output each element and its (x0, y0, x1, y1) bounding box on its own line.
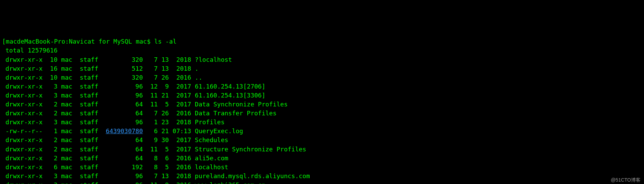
file-month: 1 (150, 118, 158, 126)
listing-row: -rw-r--r-- 1 mac staff 6439030780 6 21 0… (2, 127, 642, 136)
listing-row: drwxr-xr-x 2 mac staff 64 7 26 2016 Data… (2, 109, 642, 118)
file-time: 2018 (173, 118, 191, 126)
file-size: 320 (106, 56, 143, 63)
listing-row: drwxr-xr-x 2 mac staff 64 8 6 2016 ali5e… (2, 154, 642, 163)
file-group: staff (80, 181, 98, 184)
file-owner: mac (61, 136, 73, 143)
file-group: staff (80, 74, 98, 81)
file-group: staff (80, 101, 98, 108)
file-time: 2016 (173, 110, 191, 117)
file-time: 2016 (173, 163, 191, 171)
listing-row: drwxr-xr-x 10 mac staff 320 7 13 2018 ?l… (2, 55, 642, 64)
file-links: 2 (50, 146, 58, 153)
file-owner: mac (61, 146, 73, 153)
listing-row: drwxr-xr-x 3 mac staff 96 7 13 2018 pure… (2, 172, 642, 181)
file-group: staff (80, 65, 98, 72)
file-day: 5 (161, 146, 169, 153)
file-time: 2017 (173, 83, 191, 90)
file-day: 30 (161, 136, 169, 143)
file-name: Structure Synchronize Profiles (195, 146, 306, 153)
file-links: 2 (50, 110, 58, 117)
file-month: 12 (150, 83, 158, 90)
file-time: 2017 (173, 101, 191, 108)
file-perms: drwxr-xr-x (5, 110, 42, 117)
file-name: 61.160.254.13[3306] (195, 92, 265, 99)
file-name: Data Synchronize Profiles (195, 101, 288, 108)
file-day: 13 (161, 65, 169, 72)
file-links: 3 (50, 83, 58, 90)
file-name: ali5e.com (195, 154, 228, 162)
file-perms: drwxr-xr-x (5, 163, 42, 171)
file-group: staff (80, 110, 98, 117)
file-month: 7 (150, 110, 158, 117)
file-size: 192 (106, 163, 143, 171)
file-group: staff (80, 83, 98, 90)
file-size: 64 (106, 136, 143, 143)
file-name: www.lezhi365.com.cn (195, 181, 265, 184)
file-month: 9 (150, 136, 158, 143)
file-day: 6 (161, 154, 169, 162)
file-month: 8 (150, 163, 158, 171)
file-perms: -rw-r--r-- (5, 127, 42, 135)
file-time: 2018 (173, 65, 191, 72)
file-time: 2016 (173, 181, 191, 184)
file-links: 3 (50, 181, 58, 184)
prompt-host: macdeMacBook-Pro (6, 38, 65, 45)
command-text: ls -al (154, 38, 176, 45)
file-size: 96 (106, 92, 143, 99)
file-links: 16 (50, 65, 58, 72)
prompt-user: mac$ (132, 38, 154, 45)
file-size: 96 (106, 118, 143, 126)
file-day: 26 (161, 110, 169, 117)
file-size: 6439030780 (106, 127, 143, 135)
file-group: staff (80, 146, 98, 153)
listing-row: drwxr-xr-x 2 mac staff 64 11 5 2017 Data… (2, 100, 642, 109)
file-group: staff (80, 163, 98, 171)
file-group: staff (80, 92, 98, 99)
file-links: 1 (50, 127, 58, 135)
file-owner: mac (61, 65, 73, 72)
file-perms: drwxr-xr-x (5, 172, 42, 180)
file-group: staff (80, 127, 98, 135)
file-day: 13 (161, 56, 169, 63)
file-perms: drwxr-xr-x (5, 83, 42, 90)
file-perms: drwxr-xr-x (5, 74, 42, 81)
file-group: staff (80, 136, 98, 143)
file-size: 64 (106, 110, 143, 117)
file-day: 21 (161, 127, 169, 135)
terminal-output[interactable]: [macdeMacBook-Pro:Navicat for MySQL mac$… (2, 37, 642, 184)
file-owner: mac (61, 92, 73, 99)
prompt-line-1: [macdeMacBook-Pro:Navicat for MySQL mac$… (2, 37, 642, 46)
file-month: 11 (150, 181, 158, 184)
listing-row: drwxr-xr-x 3 mac staff 96 12 9 2017 61.1… (2, 82, 642, 91)
file-perms: drwxr-xr-x (5, 92, 42, 99)
file-time: 2018 (173, 56, 191, 63)
file-owner: mac (61, 163, 73, 171)
file-links: 2 (50, 154, 58, 162)
file-links: 2 (50, 101, 58, 108)
file-owner: mac (61, 181, 73, 184)
file-group: staff (80, 118, 98, 126)
file-month: 6 (150, 127, 158, 135)
file-links: 3 (50, 92, 58, 99)
file-group: staff (80, 154, 98, 162)
file-time: 2018 (173, 172, 191, 180)
file-size: 96 (106, 181, 143, 184)
listing-row: drwxr-xr-x 10 mac staff 320 7 26 2016 .. (2, 73, 642, 82)
file-name: Schedules (195, 136, 228, 143)
file-links: 10 (50, 74, 58, 81)
file-owner: mac (61, 56, 73, 63)
file-links: 10 (50, 56, 58, 63)
file-size: 64 (106, 101, 143, 108)
file-month: 11 (150, 101, 158, 108)
file-size: 64 (106, 154, 143, 162)
file-day: 21 (161, 92, 169, 99)
file-perms: drwxr-xr-x (5, 118, 42, 126)
file-time: 2017 (173, 92, 191, 99)
file-perms: drwxr-xr-x (5, 65, 42, 72)
file-links: 2 (50, 136, 58, 143)
file-name: localhost (195, 163, 228, 171)
file-owner: mac (61, 154, 73, 162)
file-month: 7 (150, 74, 158, 81)
file-day: 5 (161, 163, 169, 171)
